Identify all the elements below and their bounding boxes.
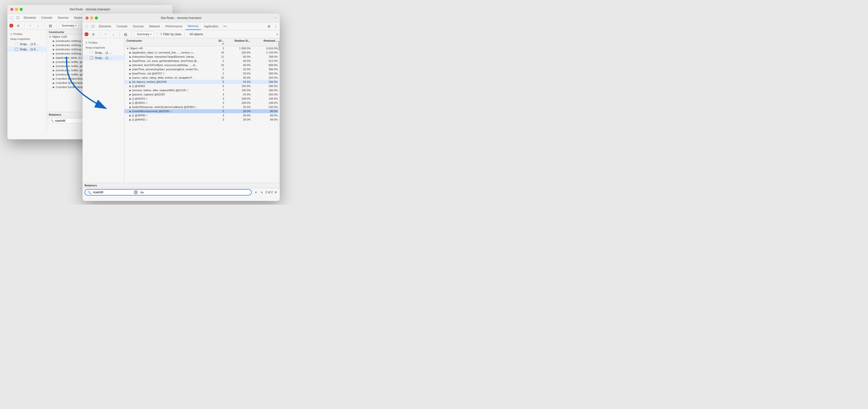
col-constructor-header-2[interactable]: Constructor: [126, 39, 216, 45]
devtools-window-2: DevTools - chrome://version/ ⬚ ☐ Element…: [83, 13, 280, 201]
cursor-icon-2[interactable]: ⬚: [84, 23, 89, 29]
separator-2-4: [157, 32, 157, 37]
minimize-button-1[interactable]: [15, 8, 18, 11]
close-search-btn-2[interactable]: ✕: [274, 190, 278, 195]
profiles-icon-1: ≡: [10, 33, 12, 35]
profiles-icon-2: ≡: [86, 41, 87, 44]
expand-row-1-7[interactable]: ▶: [53, 65, 55, 67]
snapshot-item-2-2[interactable]: 📋 Snap… (1….: [83, 55, 124, 60]
retainers-bottom-2: Retainers 🔍 ✕ Aa ∧ ∨ 2 of 2 ✕: [83, 183, 280, 201]
w2-row-16[interactable]: ▶ {} @38399 □ 3 28 0% 68 0%: [124, 113, 280, 118]
mobile-icon-1[interactable]: ☐: [15, 15, 21, 21]
search-box-w2: 🔍 ✕ Aa: [85, 189, 252, 196]
w2-row-13[interactable]: ▶ {} @53541 □ 3 108 0% 148 0%: [124, 101, 280, 105]
w2-row-14[interactable]: ▶ {webUIResponse, webUIListenerCallback}…: [124, 105, 280, 109]
expand-row-1-10[interactable]: ▶: [53, 78, 55, 80]
separator-2: [44, 23, 44, 28]
w2-row-8[interactable]: ▶ {id, latency, entries} @62345 5 24 0% …: [124, 80, 280, 84]
w2-row-5[interactable]: ▶ {startTime, processingStart, processin…: [124, 67, 280, 71]
col-distance-header-2[interactable]: Di… ▼: [216, 39, 226, 45]
settings-icon-2[interactable]: ⚙: [266, 23, 272, 29]
expand-row-1-8[interactable]: ▶: [53, 69, 55, 72]
record-button-2[interactable]: [85, 32, 89, 36]
snapshot-item-1-1[interactable]: 📄 Snap… (1.6…: [7, 41, 46, 47]
match-case-btn-2[interactable]: Aa: [139, 190, 145, 194]
expand-row-1-2[interactable]: ▶: [53, 44, 55, 47]
expand-row-1-3[interactable]: ▶: [53, 48, 55, 51]
w2-row-1[interactable]: ▶ {application_label, cl, command_line, …: [124, 51, 280, 55]
retainers-title-2: Retainers: [83, 183, 280, 188]
clear-search-btn-2[interactable]: ✕: [134, 190, 138, 194]
expand-icon-1[interactable]: ▼: [49, 35, 51, 38]
mobile-icon-2[interactable]: ☐: [90, 23, 96, 29]
expand-row-1-6[interactable]: ▶: [53, 61, 55, 63]
scrollbar-2[interactable]: [278, 38, 280, 183]
upload-icon-2[interactable]: ↑: [102, 31, 108, 37]
scroll-thumb-2[interactable]: [278, 41, 280, 51]
tab-more-2[interactable]: >>: [221, 24, 229, 29]
all-objects-2[interactable]: All objects: [188, 32, 205, 37]
profiles-section-2: ≡ Profiles: [83, 40, 124, 45]
w2-row-7[interactable]: ▶ {name, value, rating, delta, entries, …: [124, 76, 280, 80]
w2-row-15[interactable]: ▶ {nowInMicroseconds} @62039 □ 3 28 0% 9…: [124, 109, 280, 113]
expand-row-1-5[interactable]: ▶: [53, 56, 55, 59]
w2-row-4[interactable]: ▶ {element, timeToFirstByte, resourceLoa…: [124, 63, 280, 67]
stop-button-1[interactable]: ⊘: [15, 23, 21, 29]
snapshot-item-2-1[interactable]: 📄 Snap… (1….: [83, 50, 124, 55]
upload-icon-1[interactable]: ↑: [27, 23, 33, 29]
summary-dropdown-2[interactable]: Summary ▾: [134, 32, 154, 37]
expand-icon-obj-2[interactable]: ▼: [126, 47, 129, 50]
layers-icon-2[interactable]: ▤: [123, 31, 128, 37]
w2-row-3[interactable]: ▶ {loadTimes, csi, send, getVariableValu…: [124, 59, 280, 63]
tab-sources-2[interactable]: Sources: [130, 23, 146, 30]
summary-dropdown-1[interactable]: Summary ▾: [59, 23, 79, 28]
tab-performance-2[interactable]: Performance: [163, 23, 185, 30]
close-button-1[interactable]: [10, 8, 13, 11]
search-prev-btn-2[interactable]: ∧: [254, 190, 258, 195]
w2-row-5-name: ▶ {startTime, processingStart, processin…: [129, 68, 216, 71]
tab-network-2[interactable]: Network: [147, 23, 162, 30]
expand-row-1-1[interactable]: ▶: [53, 40, 55, 42]
filter-by-class-2[interactable]: ▽ Filter by class: [160, 33, 181, 36]
w2-row-11[interactable]: ▶ {passive, capture} @62293 4 20 0% 160 …: [124, 92, 280, 97]
expand-row-1-11[interactable]: ▶: [53, 82, 55, 84]
cursor-icon-1[interactable]: ⬚: [8, 15, 14, 21]
tab-sources-1[interactable]: Sources: [55, 14, 71, 21]
expand-row-1-4[interactable]: ▶: [53, 52, 55, 55]
col-shallow-header-2[interactable]: Shallow Si…: [226, 39, 251, 45]
close-button-2[interactable]: [86, 17, 89, 20]
w2-row-14-name: ▶ {webUIResponse, webUIListenerCallback}…: [129, 106, 216, 109]
w2-row-9[interactable]: ▶ {} @42663 5 140 0% 180 0%: [124, 84, 280, 88]
maximize-button-2[interactable]: [95, 17, 98, 20]
object-main-row-2[interactable]: ▼ Object ×45 2 1 556 0% 6 616 0%: [124, 46, 280, 51]
snapshot-item-1-2[interactable]: 📋 Snap… (1.6…: [7, 47, 46, 52]
filter-expand-btn[interactable]: ▾: [277, 33, 278, 36]
expand-row-1-9[interactable]: ▶: [53, 73, 55, 76]
download-icon-1[interactable]: ↓: [35, 23, 41, 29]
maximize-button-1[interactable]: [20, 8, 23, 11]
tab-elements-1[interactable]: Elements: [21, 14, 38, 21]
retainers-search-input-1[interactable]: [55, 119, 85, 122]
w2-row-6[interactable]: ▶ {loadTimes, csi} @49707 □ 2 28 0% 260 …: [124, 71, 280, 76]
more-icon-2[interactable]: ⋮: [273, 23, 279, 29]
stop-button-2[interactable]: ⊘: [90, 31, 96, 37]
record-button-1[interactable]: [9, 24, 13, 28]
expand-row-1-12[interactable]: ▶: [53, 86, 55, 88]
tab-console-2[interactable]: Console: [114, 23, 130, 30]
tab-console-1[interactable]: Console: [39, 14, 55, 21]
search-next-btn-2[interactable]: ∨: [259, 190, 265, 195]
col-retained-header-2[interactable]: Retained…: [251, 39, 278, 45]
heap-snapshots-label-2: Heap snapshots: [86, 46, 105, 49]
w2-row-17[interactable]: ▶ {} @46455 □ 3 28 0% 68 0%: [124, 118, 280, 122]
main-content-2: ≡ Profiles Heap snapshots 📄 Snap… (1…. 📋…: [83, 38, 280, 183]
tab-memory-2[interactable]: Memory: [185, 23, 201, 30]
retainers-search-input-2[interactable]: [93, 191, 132, 194]
layers-icon-1[interactable]: ▤: [47, 23, 53, 29]
w2-row-12[interactable]: ▶ {} @34253 □ 3 108 0% 148 0%: [124, 97, 280, 101]
download-icon-2[interactable]: ↓: [111, 31, 116, 37]
tab-application-2[interactable]: Application: [202, 23, 221, 30]
w2-row-2[interactable]: ▶ {interactionTarget, interactionTargetE…: [124, 55, 280, 59]
tab-elements-2[interactable]: Elements: [96, 23, 114, 30]
minimize-button-2[interactable]: [90, 17, 93, 20]
w2-row-10[interactable]: ▶ {remove, before, after, replaceWith} @…: [124, 88, 280, 92]
